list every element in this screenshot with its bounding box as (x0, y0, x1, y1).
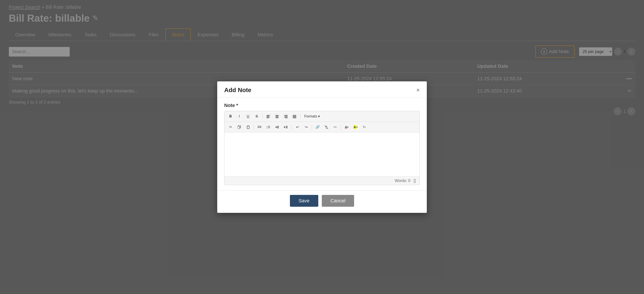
cancel-button[interactable]: Cancel (322, 195, 354, 207)
svg-rect-0 (266, 115, 270, 115)
editor-footer: Words: 0 ⣿ (224, 176, 420, 185)
note-field-label: Note * (224, 103, 420, 108)
svg-point-20 (258, 126, 259, 127)
svg-rect-6 (275, 117, 279, 117)
modal-title: Add Note (224, 87, 251, 94)
modal-overlay: Add Note × Note * B I U S (0, 0, 644, 294)
svg-rect-19 (247, 125, 249, 126)
copy-button[interactable] (235, 124, 243, 130)
font-color-button[interactable]: A ▾ (343, 124, 350, 130)
svg-rect-34 (286, 127, 288, 127)
svg-rect-4 (275, 115, 279, 115)
highlight-button[interactable]: A ▾ (352, 124, 359, 130)
underline-button[interactable]: U (244, 113, 252, 120)
unlink-button[interactable] (322, 124, 330, 130)
svg-rect-5 (276, 116, 278, 116)
required-indicator: * (236, 103, 238, 108)
cut-button[interactable]: ✂ (226, 124, 234, 130)
link-button[interactable]: 🔗 (314, 124, 322, 130)
align-right-button[interactable] (282, 113, 290, 120)
note-editor-content[interactable] (224, 132, 420, 176)
svg-marker-28 (275, 126, 276, 128)
svg-rect-8 (284, 115, 288, 115)
svg-rect-10 (284, 117, 288, 117)
editor-toolbar-row2: ✂ 1.2. (224, 122, 420, 132)
bold-button[interactable]: B (226, 113, 234, 120)
undo-button[interactable]: ↩ (294, 124, 301, 130)
svg-rect-12 (293, 115, 296, 115)
editor-toolbar-row1: B I U S (224, 111, 420, 122)
redo-button[interactable]: ↪ (302, 124, 310, 130)
toolbar-separator4 (292, 124, 292, 130)
align-left-button[interactable] (264, 113, 272, 120)
remove-format-button[interactable]: Tx (360, 124, 368, 130)
svg-rect-27 (268, 127, 270, 128)
svg-rect-15 (293, 118, 296, 118)
svg-marker-32 (284, 126, 285, 128)
paste-button[interactable] (244, 124, 252, 130)
modal-footer: Save Cancel (217, 190, 427, 213)
svg-rect-29 (277, 126, 279, 126)
modal-close-button[interactable]: × (416, 87, 420, 93)
svg-rect-3 (266, 118, 269, 118)
svg-text:2.: 2. (266, 127, 268, 129)
svg-rect-33 (286, 126, 288, 126)
svg-rect-31 (277, 128, 279, 128)
svg-rect-23 (259, 127, 261, 128)
toolbar-separator6 (341, 124, 341, 130)
svg-rect-1 (266, 116, 269, 116)
svg-rect-11 (285, 118, 288, 118)
modal-body: Note * B I U S (217, 97, 427, 190)
code-button[interactable]: <> (331, 124, 339, 130)
toolbar-separator2 (300, 114, 300, 119)
ol-button[interactable]: 1.2. (264, 124, 272, 130)
svg-rect-13 (293, 116, 296, 116)
formats-dropdown-button[interactable]: Formats ▾ (302, 113, 322, 119)
italic-button[interactable]: I (235, 113, 243, 120)
align-justify-button[interactable] (290, 113, 298, 120)
svg-rect-2 (266, 117, 270, 117)
svg-point-22 (258, 127, 259, 128)
svg-rect-21 (259, 126, 261, 126)
svg-text:1.: 1. (266, 125, 268, 127)
svg-rect-17 (238, 126, 240, 129)
svg-rect-14 (293, 117, 296, 117)
svg-rect-30 (277, 127, 279, 127)
svg-rect-7 (276, 118, 278, 118)
outdent-button[interactable] (273, 124, 281, 130)
words-count: 0 (408, 179, 410, 183)
indent-button[interactable] (282, 124, 290, 130)
add-note-modal: Add Note × Note * B I U S (217, 81, 427, 213)
toolbar-separator3 (254, 124, 254, 130)
words-label: Words: (395, 179, 407, 183)
strikethrough-button[interactable]: S (253, 113, 261, 120)
ul-button[interactable] (256, 124, 264, 130)
modal-header: Add Note × (217, 81, 427, 97)
save-button[interactable]: Save (290, 195, 318, 207)
align-center-button[interactable] (273, 113, 281, 120)
svg-rect-35 (286, 128, 288, 128)
note-editor-container: B I U S (224, 111, 420, 185)
svg-rect-25 (268, 126, 270, 126)
toolbar-separator5 (312, 124, 312, 130)
resize-handle-icon[interactable]: ⣿ (413, 179, 416, 183)
svg-rect-9 (285, 116, 288, 116)
